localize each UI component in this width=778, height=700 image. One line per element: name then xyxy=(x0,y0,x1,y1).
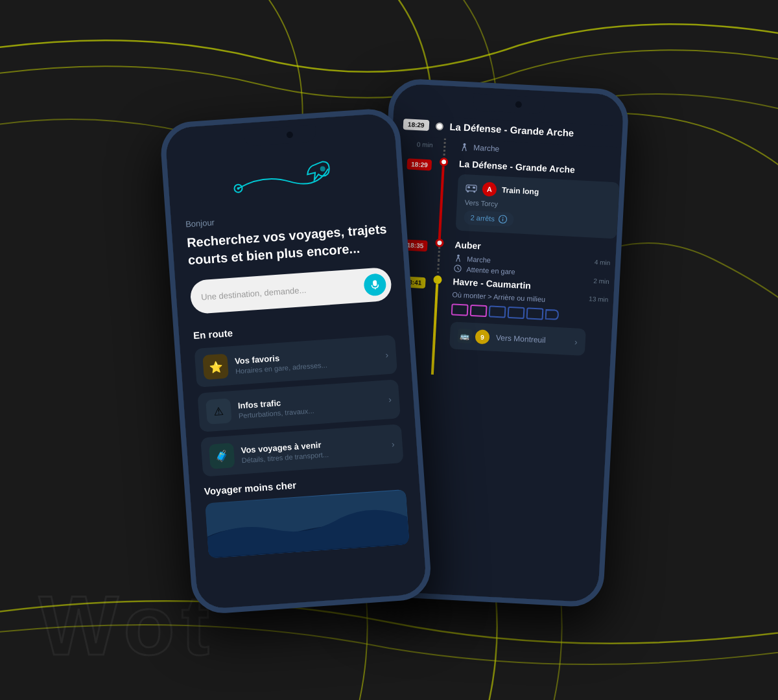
svg-rect-12 xyxy=(467,186,470,188)
header-dot xyxy=(435,122,443,130)
dot-red-1 xyxy=(439,158,448,167)
line-badge-9: 9 xyxy=(475,329,489,344)
metro-icon-box: 🚌 xyxy=(457,329,472,344)
landscape-svg xyxy=(205,489,409,558)
metro-card-9[interactable]: 🚌 9 Vers Montreuil › xyxy=(449,321,586,356)
metro-card-text: Vers Montreuil xyxy=(496,333,575,346)
car-2 xyxy=(470,305,488,317)
red-line-segment xyxy=(438,166,444,244)
train-visual xyxy=(451,303,587,322)
svg-line-9 xyxy=(462,148,463,151)
metro-arrow: › xyxy=(574,336,578,347)
trips-icon-bg: 🧳 xyxy=(209,443,235,469)
train-icon-1 xyxy=(466,183,478,193)
wait-auber-label: Attente en gare xyxy=(466,265,515,275)
stops-count: 2 arrêts xyxy=(470,214,495,223)
header-time-badge: 18:29 xyxy=(403,119,429,131)
traffic-text: Infos trafic Perturbations, travaux... xyxy=(237,390,389,419)
favorites-icon-bg: ⭐ xyxy=(202,354,229,380)
yellow-line xyxy=(431,284,438,375)
svg-point-18 xyxy=(502,216,504,218)
dur-4min: 4 min xyxy=(589,258,611,266)
headline-text: Recherchez vos voyages, trajets courts e… xyxy=(186,220,389,269)
left-phone-screen: Bonjour Recherchez vos voyages, trajets … xyxy=(165,113,427,610)
train-nose-icon xyxy=(545,309,560,321)
menu-item-trips[interactable]: 🧳 Vos voyages à venir Détails, titres de… xyxy=(200,424,403,476)
search-placeholder: Une destination, demande... xyxy=(201,281,364,302)
traffic-arrow: › xyxy=(388,394,392,404)
trips-arrow: › xyxy=(391,439,395,449)
favorites-arrow: › xyxy=(385,349,389,360)
walk-icon-auber xyxy=(454,253,463,262)
svg-line-21 xyxy=(459,259,460,262)
svg-point-2 xyxy=(320,166,325,172)
menu-item-favorites[interactable]: ⭐ Vos favoris Horaires en gare, adresses… xyxy=(194,334,397,387)
dur-13min: 13 min xyxy=(589,295,609,303)
car-1 xyxy=(451,303,469,316)
metro-direction: Vers Montreuil xyxy=(496,333,575,346)
dotted-line-1 xyxy=(443,138,446,158)
time-badge-1829: 18:29 xyxy=(407,158,432,170)
traffic-icon-bg: ⚠ xyxy=(206,398,232,425)
duration-0min: 0 min xyxy=(417,141,433,148)
mic-icon xyxy=(370,279,381,290)
svg-rect-3 xyxy=(373,280,377,286)
left-phone: Bonjour Recherchez vos voyages, trajets … xyxy=(159,107,432,615)
svg-line-24 xyxy=(458,268,459,270)
svg-rect-13 xyxy=(473,187,475,189)
dotted-line-3 xyxy=(437,260,440,273)
wait-icon-auber xyxy=(453,264,462,273)
dot-red-2 xyxy=(435,239,444,248)
svg-point-8 xyxy=(463,143,466,146)
info-circle-icon xyxy=(498,215,508,224)
car-3 xyxy=(489,305,506,318)
walk-icon-1 xyxy=(460,143,469,152)
svg-line-10 xyxy=(466,148,466,151)
line-badge-a: A xyxy=(482,182,497,197)
favorites-text: Vos favoris Horaires en gare, adresses..… xyxy=(235,345,386,375)
stops-badge[interactable]: 2 arrêts xyxy=(464,210,514,227)
home-screen-content: Bonjour Recherchez vos voyages, trajets … xyxy=(165,113,427,610)
trips-text: Vos voyages à venir Détails, titres de t… xyxy=(241,435,392,464)
train-long-label: Train long xyxy=(502,185,539,196)
walk-auber-label: Marche xyxy=(467,255,491,264)
phones-container: Bonjour Recherchez vos voyages, trajets … xyxy=(0,0,778,700)
walk-label-1: Marche xyxy=(473,143,500,154)
svg-line-20 xyxy=(456,259,457,262)
search-bar[interactable]: Une destination, demande... xyxy=(189,267,392,314)
route-illustration xyxy=(224,156,343,205)
board-info: Où monter > Arrière ou milieu xyxy=(452,290,587,305)
svg-point-19 xyxy=(457,255,460,257)
car-4 xyxy=(508,307,525,319)
menu-item-traffic[interactable]: ⚠ Infos trafic Perturbations, travaux...… xyxy=(197,379,400,432)
car-5 xyxy=(526,307,544,320)
hero-illustration xyxy=(182,149,385,211)
train-card-rer-a: A Train long Vers Torcy 2 arrêts xyxy=(456,174,620,239)
dotted-line-2 xyxy=(438,247,440,260)
mic-button[interactable] xyxy=(363,273,386,296)
header-station-name: La Défense - Grande Arche xyxy=(449,121,574,139)
dot-yellow xyxy=(433,275,442,285)
voyager-image-banner xyxy=(205,489,409,558)
